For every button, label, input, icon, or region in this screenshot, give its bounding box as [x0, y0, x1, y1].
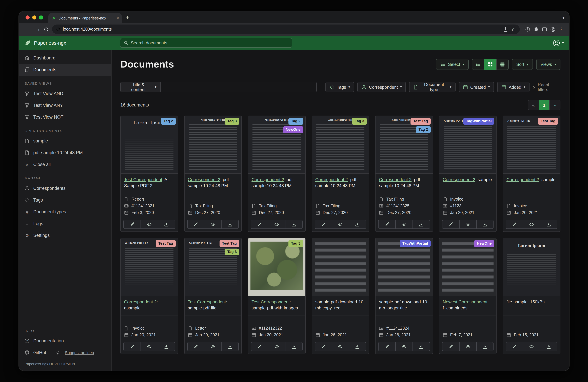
tag-badge-test-tag[interactable]: Test Tag: [538, 118, 558, 125]
view-document-button[interactable]: [523, 342, 540, 351]
suggest-idea-link[interactable]: Suggest an idea: [65, 350, 94, 355]
pagination-prev-button[interactable]: «: [528, 100, 539, 110]
sidebar-item-dashboard[interactable]: Dashboard: [19, 52, 111, 64]
correspondent-link[interactable]: Test Correspondent: [188, 299, 226, 304]
user-menu[interactable]: ▾: [553, 39, 564, 46]
edit-document-button[interactable]: [123, 220, 141, 229]
correspondent-link[interactable]: Test Correspondent: [124, 177, 162, 182]
download-document-button[interactable]: [540, 342, 557, 351]
correspondent-link[interactable]: Newest Correspondent: [443, 299, 487, 304]
tab-close-icon[interactable]: ×: [117, 16, 119, 20]
document-thumbnail[interactable]: A Simple PDF FileTest Tag: [503, 116, 560, 174]
view-document-button[interactable]: [395, 342, 413, 351]
view-document-button[interactable]: [332, 220, 349, 229]
edit-document-button[interactable]: [506, 220, 523, 229]
download-document-button[interactable]: [476, 342, 494, 351]
filter-created-button[interactable]: Created▾: [459, 82, 494, 92]
view-grid-button[interactable]: [484, 59, 496, 70]
download-document-button[interactable]: [476, 220, 494, 229]
view-document-button[interactable]: [268, 220, 285, 229]
view-document-button[interactable]: [459, 342, 477, 351]
edit-document-button[interactable]: [506, 342, 523, 351]
correspondent-link[interactable]: Test Correspondent: [252, 299, 290, 304]
view-list-button[interactable]: [472, 59, 484, 70]
sidebar-item-documents[interactable]: Documents: [19, 64, 111, 76]
tab-list-chevron-icon[interactable]: ▾: [563, 16, 565, 20]
view-document-button[interactable]: [459, 220, 477, 229]
extensions-icon[interactable]: [534, 27, 539, 32]
edit-document-button[interactable]: [123, 342, 141, 351]
view-document-button[interactable]: [204, 342, 222, 351]
address-bar[interactable]: localhost:4200/documents ☆: [52, 24, 520, 34]
download-document-button[interactable]: [285, 342, 303, 351]
document-thumbnail[interactable]: [312, 238, 369, 296]
document-thumbnail[interactable]: A Simple PDF FileTest Tag: [121, 238, 178, 296]
tag-badge-tag-3[interactable]: Tag 3: [289, 240, 303, 247]
sidebar-item-logs[interactable]: ≡Logs: [19, 218, 111, 229]
correspondent-link[interactable]: Correspondent 2: [188, 177, 220, 182]
correspondent-link[interactable]: Correspondent 2: [252, 177, 284, 182]
download-document-button[interactable]: [540, 220, 557, 229]
sidebar-item-documentation[interactable]: ? Documentation: [19, 335, 111, 347]
sidebar-item-pdf-sample-10-24-48-pm[interactable]: pdf-sample 10.24.48 PM: [19, 147, 111, 159]
document-thumbnail[interactable]: Tag 3: [248, 238, 305, 296]
download-document-button[interactable]: [285, 220, 303, 229]
edit-document-button[interactable]: [187, 220, 205, 229]
tag-badge-tag-3[interactable]: Tag 3: [352, 118, 367, 125]
correspondent-link[interactable]: Correspondent 2: [124, 299, 157, 304]
edit-document-button[interactable]: [378, 220, 396, 229]
edit-document-button[interactable]: [251, 342, 268, 351]
document-thumbnail[interactable]: A Simple PDF FileTagWithPartial: [440, 116, 496, 174]
edit-document-button[interactable]: [442, 220, 460, 229]
fullscreen-window-button[interactable]: [39, 16, 43, 20]
document-thumbnail[interactable]: Lorem IpsumTag 2: [121, 116, 178, 174]
edit-document-button[interactable]: [378, 342, 396, 351]
download-document-button[interactable]: [413, 342, 430, 351]
filter-added-button[interactable]: Added▾: [497, 82, 529, 92]
sidebar-item-test-view-any[interactable]: Test View ANY: [19, 100, 111, 111]
view-document-button[interactable]: [395, 220, 413, 229]
browser-tab[interactable]: Documents - Paperless-ngx ×: [48, 13, 122, 23]
view-document-button[interactable]: [141, 220, 158, 229]
download-document-button[interactable]: [221, 220, 239, 229]
download-document-button[interactable]: [221, 342, 239, 351]
sidebar-item-settings[interactable]: ⚙Settings: [19, 229, 111, 241]
reload-button[interactable]: [44, 27, 49, 32]
tag-badge-tag-2[interactable]: Tag 2: [161, 118, 176, 125]
edit-document-button[interactable]: [315, 342, 332, 351]
view-document-button[interactable]: [268, 342, 285, 351]
filter-document-type-button[interactable]: Document type▾: [409, 82, 456, 92]
browser-extra-icon[interactable]: [525, 27, 530, 32]
document-thumbnail[interactable]: Adobe Acrobat PDF FilesTag 3: [312, 116, 369, 174]
edit-document-button[interactable]: [187, 342, 205, 351]
tag-badge-tagwithpartial[interactable]: TagWithPartial: [400, 240, 431, 247]
correspondent-link[interactable]: Correspondent 2: [506, 177, 539, 182]
sidebar-item-sample[interactable]: sample: [19, 135, 111, 147]
document-thumbnail[interactable]: NewOne: [440, 238, 496, 296]
sidebar-item-github[interactable]: GitHub Suggest an idea: [19, 347, 111, 359]
views-button[interactable]: Views ▾: [536, 59, 560, 70]
side-panel-icon[interactable]: [542, 27, 547, 32]
download-document-button[interactable]: [413, 220, 430, 229]
sidebar-item-test-view-not[interactable]: Test View NOT: [19, 111, 111, 123]
tag-badge-tag-2[interactable]: Tag 2: [416, 126, 431, 133]
edit-document-button[interactable]: [251, 220, 268, 229]
tag-badge-tag-2[interactable]: Tag 2: [289, 118, 303, 125]
document-thumbnail[interactable]: Adobe Acrobat PDF FilesTag 2NewOne: [248, 116, 305, 174]
download-document-button[interactable]: [349, 342, 366, 351]
forward-button[interactable]: →: [33, 24, 42, 34]
pagination-page-button[interactable]: 1: [539, 100, 550, 110]
document-thumbnail[interactable]: TagWithPartial: [376, 238, 433, 296]
tag-badge-test-tag[interactable]: Test Tag: [411, 118, 430, 125]
bookmark-star-icon[interactable]: ☆: [511, 27, 516, 32]
view-document-button[interactable]: [204, 220, 222, 229]
tag-badge-test-tag[interactable]: Test Tag: [219, 240, 239, 247]
select-button[interactable]: Select ▾: [436, 59, 468, 70]
filter-field-button[interactable]: Title & content ▾: [120, 82, 161, 92]
edit-document-button[interactable]: [442, 342, 460, 351]
correspondent-link[interactable]: Correspondent 2: [443, 177, 475, 182]
title-content-input[interactable]: [161, 82, 317, 92]
browser-profile-icon[interactable]: [550, 27, 555, 32]
tag-badge-test-tag[interactable]: Test Tag: [156, 240, 176, 247]
global-search-input[interactable]: [131, 40, 289, 45]
